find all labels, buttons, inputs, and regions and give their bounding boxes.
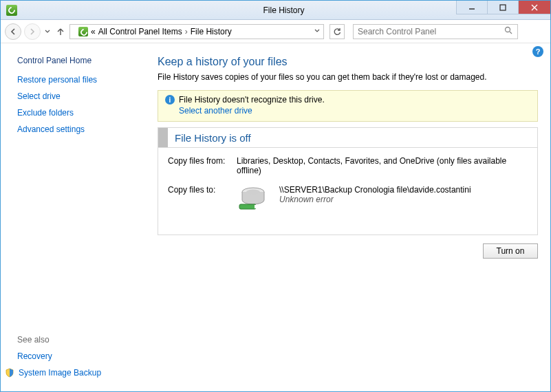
copy-from-value: Libraries, Desktop, Contacts, Favorites,… [237, 156, 528, 175]
recovery-link[interactable]: Recovery [17, 351, 144, 361]
minimize-button[interactable] [456, 1, 487, 14]
breadcrumb-part-2[interactable]: File History [191, 27, 232, 36]
nav-toolbar: « All Control Panel Items › File History [1, 20, 550, 43]
breadcrumb-prefix: « [91, 27, 96, 36]
back-button[interactable] [5, 23, 21, 40]
sidebar: Control Panel Home Restore personal file… [1, 43, 151, 391]
control-panel-home-link[interactable]: Control Panel Home [17, 56, 144, 65]
turn-on-button[interactable]: Turn on [483, 243, 538, 259]
status-title: File History is off [168, 129, 258, 146]
close-button[interactable] [518, 1, 550, 14]
up-button[interactable] [54, 27, 67, 36]
svg-point-7 [246, 190, 260, 195]
svg-rect-9 [255, 205, 261, 208]
window: File History « All Control Panel Items ›… [0, 0, 551, 392]
system-image-backup-link[interactable]: System Image Backup [5, 368, 144, 378]
info-text: File History doesn't recognize this driv… [179, 95, 325, 105]
svg-rect-1 [500, 5, 506, 10]
help-icon[interactable]: ? [532, 46, 543, 57]
sidebar-link-advanced[interactable]: Advanced settings [17, 124, 144, 134]
window-buttons [456, 1, 550, 14]
location-icon [78, 27, 88, 36]
info-icon: i [165, 95, 175, 105]
select-another-drive-link[interactable]: Select another drive [179, 106, 530, 116]
system-image-backup-label: System Image Backup [19, 368, 101, 378]
main-panel: ? Keep a history of your files File Hist… [151, 43, 550, 391]
refresh-button[interactable] [329, 24, 345, 39]
address-bar[interactable]: « All Control Panel Items › File History [69, 24, 324, 39]
copy-to-value: \\SERVER1\Backup Cronologia file\davide.… [279, 185, 471, 195]
titlebar: File History [1, 1, 550, 20]
sidebar-link-restore[interactable]: Restore personal files [17, 75, 144, 85]
svg-rect-8 [239, 204, 256, 209]
copy-to-error: Unknown error [279, 195, 471, 204]
status-box: File History is off Copy files from: Lib… [158, 127, 538, 235]
copy-from-label: Copy files from: [168, 156, 237, 175]
page-heading: Keep a history of your files [158, 56, 538, 68]
app-icon [6, 5, 17, 16]
shield-icon [5, 368, 14, 378]
sidebar-link-select-drive[interactable]: Select drive [17, 91, 144, 101]
history-dropdown-icon[interactable] [43, 29, 52, 34]
footer: Turn on [158, 243, 538, 259]
search-box[interactable] [353, 24, 518, 39]
search-icon[interactable] [504, 26, 513, 37]
status-header: File History is off [158, 128, 537, 148]
page-subheading: File History saves copies of your files … [158, 72, 538, 82]
body: Control Panel Home Restore personal file… [1, 43, 550, 391]
copy-to-label: Copy files to: [168, 185, 237, 213]
info-bar: i File History doesn't recognize this dr… [158, 90, 538, 122]
sidebar-link-exclude[interactable]: Exclude folders [17, 108, 144, 118]
maximize-button[interactable] [487, 1, 518, 14]
see-also-label: See also [17, 335, 144, 345]
address-dropdown-icon[interactable] [314, 27, 321, 36]
search-input[interactable] [358, 27, 504, 36]
drive-icon [237, 185, 270, 213]
chevron-right-icon: › [185, 27, 188, 36]
svg-line-5 [510, 32, 512, 34]
svg-point-4 [506, 27, 510, 32]
breadcrumb-part-1[interactable]: All Control Panel Items [98, 27, 182, 36]
forward-button[interactable] [24, 23, 41, 40]
status-stripe [158, 128, 168, 147]
